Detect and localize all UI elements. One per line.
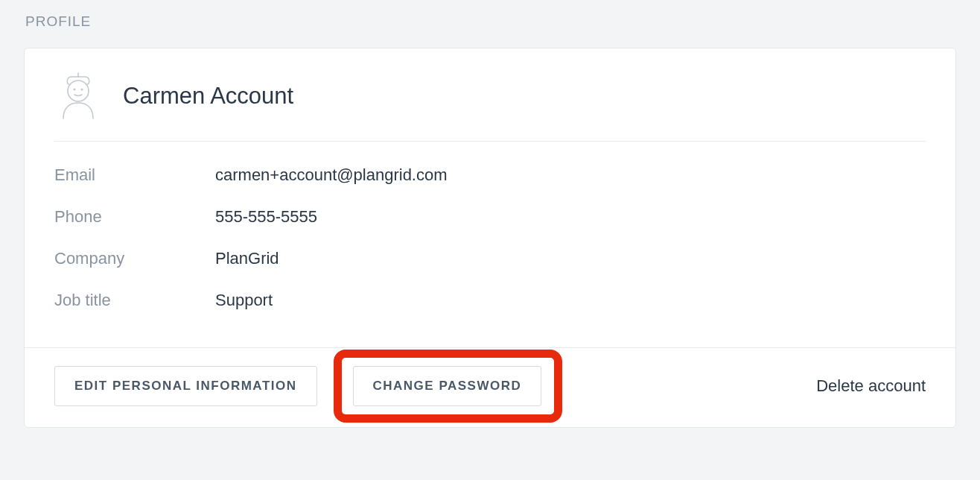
field-row-job-title: Job title Support: [54, 291, 926, 310]
field-label-company: Company: [54, 249, 215, 268]
profile-name: Carmen Account: [123, 83, 293, 110]
field-row-company: Company PlanGrid: [54, 249, 926, 268]
field-label-email: Email: [54, 165, 215, 185]
svg-point-2: [74, 89, 75, 90]
section-title: PROFILE: [25, 13, 956, 30]
edit-personal-information-button[interactable]: EDIT PERSONAL INFORMATION: [54, 366, 317, 406]
highlight-frame: CHANGE PASSWORD: [353, 366, 542, 406]
svg-point-0: [68, 80, 89, 101]
svg-point-3: [81, 89, 83, 90]
change-password-button[interactable]: CHANGE PASSWORD: [353, 366, 542, 406]
card-body: Carmen Account Email carmen+account@plan…: [25, 48, 955, 347]
field-row-phone: Phone 555-555-5555: [54, 207, 926, 227]
card-actions: EDIT PERSONAL INFORMATION CHANGE PASSWOR…: [25, 347, 955, 427]
field-value-phone: 555-555-5555: [215, 207, 317, 227]
field-label-phone: Phone: [54, 207, 215, 227]
profile-header: Carmen Account: [54, 72, 926, 142]
field-value-email: carmen+account@plangrid.com: [215, 165, 448, 185]
delete-account-link[interactable]: Delete account: [816, 376, 926, 396]
field-value-job-title: Support: [215, 291, 273, 310]
profile-card: Carmen Account Email carmen+account@plan…: [24, 48, 956, 428]
field-value-company: PlanGrid: [215, 249, 279, 268]
field-label-job-title: Job title: [54, 291, 215, 310]
avatar-icon: [54, 72, 102, 120]
field-row-email: Email carmen+account@plangrid.com: [54, 165, 926, 185]
